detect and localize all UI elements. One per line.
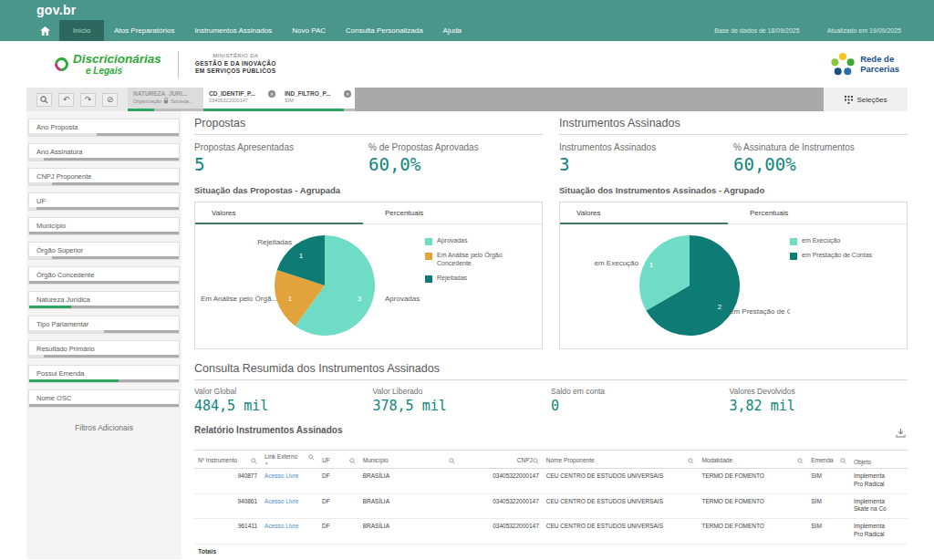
col-header-objeto[interactable]: Objeto: [850, 451, 908, 469]
search-icon[interactable]: [840, 458, 846, 465]
tab-valores-propostas[interactable]: Valores: [195, 202, 368, 223]
search-icon[interactable]: [449, 458, 455, 465]
nav-item-instrumentos-assinados[interactable]: Instrumentos Assinados: [184, 20, 282, 41]
svg-text:Rejeitadas: Rejeitadas: [257, 238, 292, 246]
tab-valores-instrumentos[interactable]: Valores: [560, 202, 733, 223]
instrumentos-chart-title: Situação dos Instrumentos Assinados - Ag…: [559, 185, 908, 195]
relatorio-section: Relatório Instrumentos Assinados Nº Inst…: [194, 425, 908, 559]
acesso-livre-link[interactable]: Acesso Livre: [265, 498, 298, 504]
propostas-title: Propostas: [194, 117, 543, 135]
consulta-title: Consulta Resumida dos Instrumentos Assin…: [194, 362, 908, 380]
acesso-livre-link[interactable]: Acesso Livre: [265, 523, 298, 529]
rede-star-icon: [831, 53, 855, 77]
col-header-num-instrumento[interactable]: Nº Instrumento: [194, 451, 261, 469]
kpi-pct-propostas-aprovadas: % de Propostas Aprovadas 60,0%: [368, 142, 543, 174]
nav-item-atos-preparatorios[interactable]: Atos Preparatórios: [104, 20, 184, 41]
remove-selection-icon[interactable]: ✕: [344, 90, 351, 98]
legend-item[interactable]: Em Análise pelo Órgão Concedente: [425, 252, 533, 268]
remove-selection-icon[interactable]: ✕: [268, 90, 275, 98]
filter-ano-assinatura[interactable]: Ano Assinatura: [28, 143, 180, 161]
col-header-uf[interactable]: UF: [318, 451, 359, 469]
govbr-logo[interactable]: gov.br: [36, 3, 77, 17]
table-row[interactable]: 961411 Acesso Livre DF BRASÍLIA 03405322…: [194, 519, 908, 544]
dashboard-main: Propostas Propostas Apresentadas 5 % de …: [182, 111, 908, 559]
kpi-valor-liberado: Valor Liberado 378,5 mil: [373, 387, 552, 414]
step-forward-icon[interactable]: ↷: [80, 93, 96, 107]
svg-text:3: 3: [358, 295, 362, 303]
nav-item-inicio[interactable]: Início: [59, 20, 104, 41]
selection-chip-ind-filtro[interactable]: ✕ IND_FILTRO_P... SIM: [279, 88, 355, 111]
instrumentos-pie-card: Valores Percentuais 1 2 em Execução: [559, 202, 908, 349]
brand-subtitle: e Legais: [86, 66, 161, 76]
table-row[interactable]: 940877 Acesso Livre DF BRASÍLIA 03405322…: [194, 469, 908, 494]
filter-tipo-parlamentar[interactable]: Tipo Parlamentar: [28, 316, 180, 334]
nav-item-consulta-personalizada[interactable]: Consulta Personalizada: [336, 20, 433, 41]
nav-item-novo-pac[interactable]: Novo PAC: [282, 20, 336, 41]
home-icon[interactable]: [31, 20, 59, 41]
instrumentos-legend: em Execução em Prestação de Contas: [790, 224, 898, 347]
tab-percentuais-propostas[interactable]: Percentuais: [368, 202, 542, 223]
clear-selections-icon[interactable]: ⊘: [102, 93, 118, 107]
base-date-label: Base de dados de 18/09/2025: [714, 27, 799, 34]
instrumentos-pie-chart: 1 2 em Execução em Prestação de Contas: [560, 224, 790, 347]
col-header-modalidade[interactable]: Modalidade: [698, 451, 807, 469]
selections-button[interactable]: Seleções: [824, 88, 908, 111]
svg-text:em Prestação de Contas: em Prestação de Contas: [730, 307, 790, 316]
brand-title: Discricionárias: [73, 53, 161, 66]
acesso-livre-link[interactable]: Acesso Livre: [265, 472, 298, 479]
kpi-propostas-apresentadas: Propostas Apresentadas 5: [194, 142, 368, 174]
filter-resultado-primario[interactable]: Resultado Primário: [28, 340, 180, 358]
filter-possui-emenda[interactable]: Possui Emenda: [28, 365, 180, 383]
col-header-emenda[interactable]: Emenda: [807, 451, 850, 469]
col-header-cnpj[interactable]: CNPJ: [459, 451, 542, 469]
search-icon[interactable]: [251, 458, 257, 465]
legend-item[interactable]: Aprovadas: [425, 237, 533, 245]
legend-item[interactable]: Rejeitadas: [425, 275, 533, 283]
kpi-valor-global: Valor Global 484,5 mil: [194, 387, 373, 414]
filter-nome-osc[interactable]: Nome OSC: [28, 389, 180, 408]
propostas-chart-title: Situação das Propostas - Agrupada: [194, 185, 543, 195]
search-icon[interactable]: [533, 458, 539, 465]
col-header-nome-proponente[interactable]: Nome Proponente: [543, 451, 699, 469]
table-row[interactable]: 940861 Acesso Livre DF BRASÍLIA 03405322…: [194, 493, 908, 519]
selection-chip-cd-identif[interactable]: ✕ CD_IDENTIF_P... 03405322000147: [203, 88, 279, 111]
svg-text:Em Análise pelo Órgã...: Em Análise pelo Órgã...: [201, 295, 277, 303]
step-back-icon[interactable]: ↶: [58, 93, 74, 107]
app-header: Discricionárias e Legais MINISTÉRIO DA G…: [0, 41, 934, 88]
filter-municipio[interactable]: Município: [28, 217, 180, 235]
discricionarias-logo: Discricionárias e Legais: [55, 53, 161, 76]
sort-asc-icon: ▲: [265, 461, 315, 465]
kpi-pct-assinatura: % Assinatura de Instrumentos 60,00%: [733, 142, 908, 174]
legend-item[interactable]: em Prestação de Contas: [790, 252, 898, 260]
col-header-link-externo[interactable]: Link Externo▲: [261, 451, 318, 469]
download-icon[interactable]: [896, 425, 906, 441]
svg-text:Aprovadas: Aprovadas: [385, 295, 420, 303]
instrumentos-title: Instrumentos Assinados: [559, 117, 908, 135]
selection-chip-natureza-juridica[interactable]: NATUREZA_JURI... Organização Socieda...: [128, 88, 203, 111]
legend-item[interactable]: em Execução: [790, 237, 898, 245]
search-icon[interactable]: [688, 458, 694, 465]
totals-row: Totais: [194, 544, 908, 559]
consulta-resumida-section: Consulta Resumida dos Instrumentos Assin…: [194, 362, 908, 416]
filter-ano-proposta[interactable]: Ano Proposta: [28, 119, 180, 137]
filter-cnpj-proponente[interactable]: CNPJ Proponente: [28, 168, 180, 186]
brand-swirl-icon: [52, 55, 71, 74]
search-icon[interactable]: [349, 458, 356, 465]
header-divider: [178, 51, 179, 78]
smart-search-icon[interactable]: [36, 93, 52, 107]
filter-orgao-concedente[interactable]: Órgão Concedente: [28, 266, 180, 285]
ministry-wordmark: MINISTÉRIO DA GESTÃO E DA INOVAÇÃO EM SE…: [195, 53, 276, 76]
svg-text:1: 1: [288, 295, 293, 303]
filter-natureza-juridica[interactable]: Natureza Jurídica: [28, 291, 180, 309]
search-icon[interactable]: [308, 454, 315, 462]
search-icon[interactable]: [797, 458, 804, 465]
filter-orgao-superior[interactable]: Órgão Superior: [28, 242, 180, 260]
updated-label: Atualizado em 19/09/2025: [827, 27, 901, 34]
col-header-municipio[interactable]: Município: [359, 451, 460, 469]
tab-percentuais-instrumentos[interactable]: Percentuais: [733, 202, 907, 223]
nav-item-ajuda[interactable]: Ajuda: [433, 20, 472, 41]
propostas-section: Propostas Propostas Apresentadas 5 % de …: [194, 117, 543, 349]
filter-sidebar: Ano Proposta Ano Assinatura CNPJ Propone…: [26, 111, 182, 559]
filter-uf[interactable]: UF: [28, 192, 180, 211]
filtros-adicionais-button[interactable]: Filtros Adicionais: [26, 414, 182, 441]
